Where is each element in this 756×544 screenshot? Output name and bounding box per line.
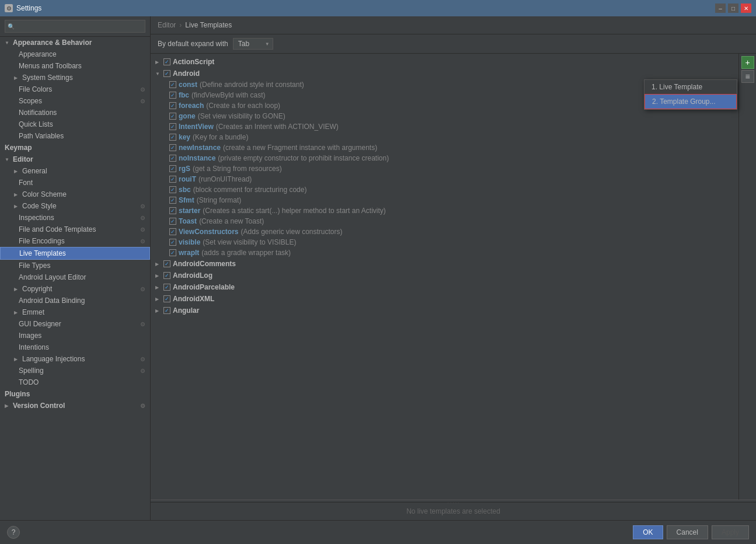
sidebar-item-keymap[interactable]: Keymap	[0, 142, 150, 154]
title-bar-left: ⚙ Settings	[5, 4, 41, 12]
item-checkbox[interactable]	[169, 228, 176, 235]
sidebar-item-file-encodings[interactable]: File Encodings ⚙	[0, 235, 150, 247]
close-button[interactable]: ✕	[741, 4, 751, 13]
template-group-androidlog[interactable]: AndroidLog	[151, 270, 738, 281]
sidebar-item-version-control[interactable]: Version Control ⚙	[0, 400, 150, 412]
sidebar-item-color-scheme[interactable]: Color Scheme	[0, 189, 150, 200]
item-checkbox[interactable]	[169, 186, 176, 193]
template-item-rouit[interactable]: rouiT (runOnUIThread)	[151, 174, 738, 184]
sidebar-item-quick-lists[interactable]: Quick Lists	[0, 118, 150, 130]
template-item-sfmt[interactable]: Sfmt (String format)	[151, 195, 738, 205]
expand-select-wrapper: Tab Enter Space	[233, 38, 273, 50]
item-checkbox[interactable]	[169, 176, 176, 183]
sidebar-item-system-settings[interactable]: System Settings	[0, 72, 150, 83]
sidebar-item-images[interactable]: Images	[0, 330, 150, 341]
ok-button[interactable]: OK	[633, 525, 663, 539]
item-checkbox[interactable]	[169, 81, 176, 88]
sidebar-item-android-layout-editor[interactable]: Android Layout Editor	[0, 271, 150, 283]
item-checkbox[interactable]	[169, 207, 176, 214]
template-item-wrapit[interactable]: wrapIt (adds a gradle wrapper task)	[151, 247, 738, 258]
sidebar-item-gui-designer[interactable]: GUI Designer ⚙	[0, 318, 150, 330]
sidebar-item-file-colors[interactable]: File Colors ⚙	[0, 83, 150, 95]
sidebar-item-plugins[interactable]: Plugins	[0, 388, 150, 400]
item-checkbox[interactable]	[169, 123, 176, 130]
sidebar-item-live-templates[interactable]: Live Templates	[0, 247, 150, 260]
minimize-button[interactable]: –	[715, 4, 726, 13]
sidebar-item-appearance[interactable]: Appearance	[0, 48, 150, 60]
item-checkbox[interactable]	[169, 239, 176, 246]
group-checkbox[interactable]	[163, 307, 170, 314]
template-group-actionscript[interactable]: ActionScript	[151, 56, 738, 68]
sidebar-item-font[interactable]: Font	[0, 177, 150, 189]
group-checkbox[interactable]	[163, 295, 170, 302]
template-item-intentview[interactable]: IntentView (Creates an Intent with ACTIO…	[151, 121, 738, 132]
item-checkbox[interactable]	[169, 113, 176, 120]
dropdown-item-live-template[interactable]: 1. Live Template	[644, 80, 737, 94]
sidebar-item-general[interactable]: General	[0, 165, 150, 177]
template-item-gone[interactable]: gone (Set view visibility to GONE)	[151, 111, 738, 121]
item-checkbox[interactable]	[169, 144, 176, 151]
group-checkbox[interactable]	[163, 284, 170, 291]
sidebar-item-path-variables[interactable]: Path Variables	[0, 130, 150, 142]
template-group-androidcomments[interactable]: AndroidComments	[151, 258, 738, 270]
template-item-toast[interactable]: Toast (Create a new Toast)	[151, 216, 738, 226]
template-item-sbc[interactable]: sbc (block comment for structuring code)	[151, 184, 738, 195]
sidebar-item-spelling[interactable]: Spelling ⚙	[0, 365, 150, 376]
cancel-button[interactable]: Cancel	[667, 525, 708, 539]
sidebar-item-notifications[interactable]: Notifications	[0, 107, 150, 118]
search-input[interactable]	[5, 20, 145, 33]
sidebar-item-menus-toolbars[interactable]: Menus and Toolbars	[0, 60, 150, 72]
expand-icon	[5, 40, 11, 46]
item-checkbox[interactable]	[169, 197, 176, 204]
sidebar-item-android-data-binding[interactable]: Android Data Binding	[0, 295, 150, 306]
template-desc: (adds a gradle wrapper task)	[201, 249, 291, 257]
expand-icon	[14, 287, 20, 292]
sidebar-item-scopes[interactable]: Scopes ⚙	[0, 95, 150, 107]
group-checkbox[interactable]	[163, 58, 170, 65]
item-checkbox[interactable]	[169, 92, 176, 99]
apply-button[interactable]: Apply	[712, 525, 749, 539]
template-item-visible[interactable]: visible (Set view visibility to VISIBLE)	[151, 237, 738, 247]
sidebar-item-emmet[interactable]: Emmet	[0, 306, 150, 318]
item-checkbox[interactable]	[169, 218, 176, 225]
scroll-button[interactable]: ≡	[741, 70, 754, 83]
sidebar-item-inspections[interactable]: Inspections ⚙	[0, 212, 150, 224]
sidebar-item-intentions[interactable]: Intentions	[0, 341, 150, 353]
template-desc: (Key for a bundle)	[193, 133, 248, 141]
sidebar-item-todo[interactable]: TODO	[0, 376, 150, 388]
template-item-rgs[interactable]: rgS (get a String from resources)	[151, 163, 738, 174]
template-group-androidxml[interactable]: AndroidXML	[151, 293, 738, 305]
add-button[interactable]: +	[741, 56, 754, 69]
item-checkbox[interactable]	[169, 102, 176, 109]
sidebar-item-file-types[interactable]: File Types	[0, 260, 150, 271]
item-checkbox[interactable]	[169, 165, 176, 172]
item-checkbox[interactable]	[169, 249, 176, 256]
item-checkbox[interactable]	[169, 155, 176, 162]
sidebar-item-code-style[interactable]: Code Style ⚙	[0, 200, 150, 212]
item-checkbox[interactable]	[169, 134, 176, 141]
settings-gear-icon: ⚙	[140, 368, 145, 374]
expand-select[interactable]: Tab Enter Space	[233, 38, 273, 50]
help-button[interactable]: ?	[7, 526, 20, 539]
maximize-button[interactable]: □	[728, 4, 738, 13]
template-group-androidparcelable[interactable]: AndroidParcelable	[151, 281, 738, 293]
group-checkbox[interactable]	[163, 70, 170, 77]
template-item-noinstance[interactable]: noInstance (private empty constructor to…	[151, 153, 738, 163]
dropdown-item-template-group[interactable]: 2. Template Group...	[644, 94, 737, 109]
group-checkbox[interactable]	[163, 272, 170, 279]
template-desc: (Create a new Toast)	[199, 217, 264, 225]
template-item-viewconstructors[interactable]: ViewConstructors (Adds generic view cons…	[151, 226, 738, 237]
sidebar-group-editor[interactable]: Editor	[0, 154, 150, 165]
template-group-angular[interactable]: Angular	[151, 305, 738, 316]
group-checkbox[interactable]	[163, 260, 170, 267]
settings-gear-icon: ⚙	[140, 86, 145, 93]
sidebar-item-language-injections[interactable]: Language Injections ⚙	[0, 353, 150, 365]
template-group-android[interactable]: Android	[151, 68, 738, 79]
sidebar-group-appearance-behavior[interactable]: Appearance & Behavior	[0, 37, 150, 48]
sidebar-item-file-code-templates[interactable]: File and Code Templates ⚙	[0, 224, 150, 235]
template-item-key[interactable]: key (Key for a bundle)	[151, 132, 738, 142]
template-item-newinstance[interactable]: newInstance (create a new Fragment insta…	[151, 142, 738, 153]
group-name: ActionScript	[173, 58, 214, 66]
sidebar-item-copyright[interactable]: Copyright ⚙	[0, 283, 150, 295]
template-item-starter[interactable]: starter (Creates a static start(...) hel…	[151, 205, 738, 216]
